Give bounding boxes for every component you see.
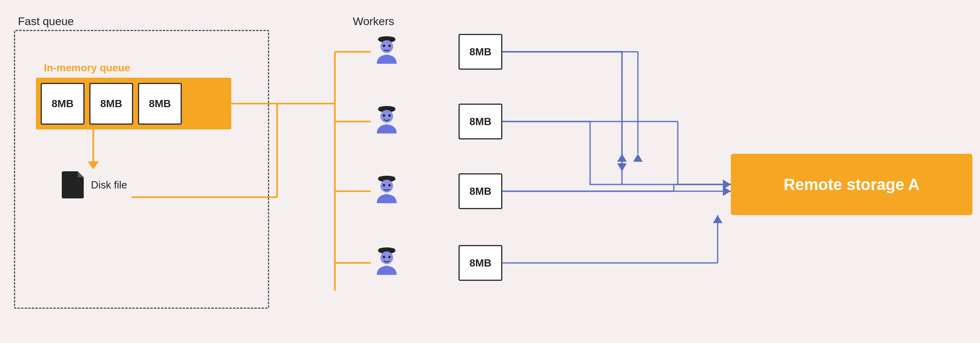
- in-memory-bar: 8MB 8MB 8MB: [36, 78, 231, 129]
- svg-marker-23: [723, 186, 731, 196]
- worker-1-mb-block: 8MB: [459, 34, 502, 70]
- svg-marker-10: [723, 180, 731, 189]
- svg-point-31: [383, 45, 385, 47]
- arrow-memory-to-disk: [88, 129, 99, 169]
- fast-queue-label: Fast queue: [18, 15, 74, 28]
- svg-line-27: [638, 154, 731, 171]
- svg-point-46: [383, 256, 385, 258]
- worker-3-mb-block: 8MB: [459, 173, 502, 209]
- svg-marker-26: [713, 215, 722, 223]
- arrow-head-down: [88, 161, 99, 169]
- worker-2-mb-block: 8MB: [459, 104, 502, 139]
- in-memory-queue-label: In-memory queue: [44, 62, 130, 74]
- arrow-line-vertical: [92, 129, 94, 161]
- memory-block-1: 8MB: [41, 83, 85, 125]
- svg-point-47: [388, 256, 391, 258]
- svg-point-37: [388, 114, 391, 117]
- svg-point-42: [388, 184, 391, 186]
- worker-4-icon: [371, 245, 403, 281]
- worker-1: [371, 34, 403, 71]
- remote-storage-a: Remote storage A: [731, 154, 972, 215]
- diagram-container: Fast queue In-memory queue 8MB 8MB 8MB D…: [0, 0, 980, 343]
- svg-marker-20: [723, 180, 731, 189]
- svg-point-41: [383, 184, 385, 186]
- svg-marker-13: [617, 154, 627, 162]
- disk-file-icon: [62, 171, 84, 198]
- worker-3: [371, 173, 403, 211]
- worker-2-icon: [371, 104, 403, 139]
- worker-3-icon: [371, 173, 403, 209]
- disk-file-label: Disk file: [91, 179, 127, 191]
- svg-marker-11: [617, 163, 627, 171]
- workers-label: Workers: [353, 15, 394, 28]
- disk-file-container: Disk file: [62, 171, 127, 198]
- svg-marker-9: [723, 180, 731, 189]
- memory-block-2: 8MB: [89, 83, 133, 125]
- worker-4: [371, 245, 403, 282]
- svg-point-36: [383, 114, 385, 117]
- worker-2: [371, 104, 403, 141]
- svg-marker-16: [633, 154, 643, 162]
- remote-storage-label: Remote storage A: [784, 176, 920, 194]
- worker-1-icon: [371, 34, 403, 70]
- memory-block-3: 8MB: [138, 83, 182, 125]
- svg-point-32: [388, 45, 391, 47]
- worker-4-mb-block: 8MB: [459, 245, 502, 281]
